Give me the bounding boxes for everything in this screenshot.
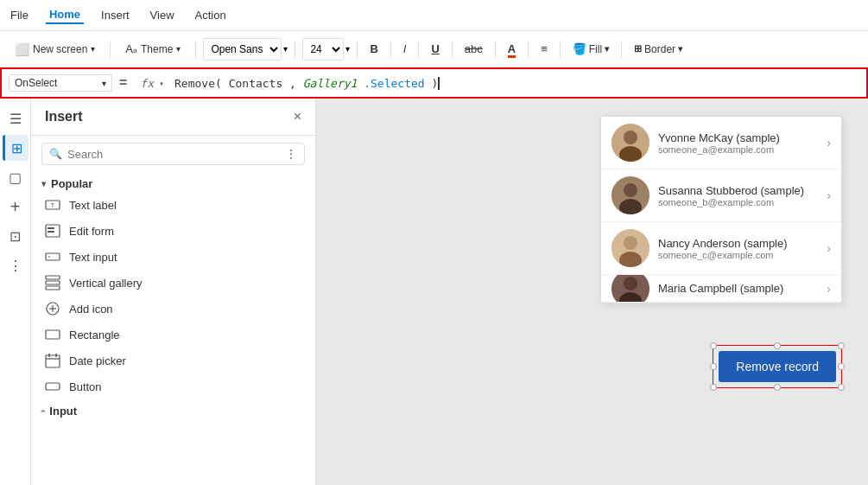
- popular-section-header[interactable]: ▾ Popular: [31, 172, 315, 192]
- bold-button[interactable]: B: [364, 41, 383, 57]
- handle-tc[interactable]: [774, 342, 781, 349]
- popular-arrow-icon: ▾: [41, 179, 46, 188]
- border-grid-icon: ⊞: [634, 43, 642, 54]
- svg-rect-13: [46, 330, 60, 339]
- formula-property-selector[interactable]: OnSelect ▾: [9, 74, 112, 92]
- fill-button[interactable]: 🪣 Fill ▾: [567, 41, 614, 57]
- component-edit-form[interactable]: Edit form: [31, 218, 315, 244]
- search-box[interactable]: 🔍 ⋮: [41, 143, 305, 165]
- contact-item-2[interactable]: Susanna Stubberod (sample) someone_b@exa…: [601, 169, 841, 222]
- new-screen-button[interactable]: ⬜ New screen ▾: [7, 38, 103, 61]
- component-text-input[interactable]: Text input: [31, 244, 315, 270]
- fill-label: Fill: [589, 43, 602, 55]
- avatar-2: [611, 176, 649, 214]
- handle-tr[interactable]: [838, 342, 845, 349]
- edit-form-icon: [45, 223, 60, 239]
- menu-insert[interactable]: Insert: [98, 7, 133, 23]
- insert-panel: Insert × 🔍 ⋮ ▾ Popular T Text label: [31, 99, 316, 485]
- svg-rect-8: [46, 281, 60, 284]
- hamburger-icon[interactable]: ☰: [3, 105, 29, 131]
- border-button[interactable]: ⊞ Border ▾: [629, 41, 687, 57]
- contact-chevron-3: ›: [827, 241, 831, 255]
- svg-rect-14: [46, 355, 60, 367]
- sep1: [110, 41, 111, 58]
- app-container: File Home Insert View Action ⬜ New scree…: [0, 0, 868, 485]
- menu-action[interactable]: Action: [192, 7, 230, 23]
- panel-close-button[interactable]: ×: [294, 109, 301, 124]
- search-icon: 🔍: [49, 148, 62, 160]
- components-icon[interactable]: ⊡: [3, 223, 29, 249]
- fx-label: fx: [140, 77, 154, 90]
- remove-record-button[interactable]: Remove record: [719, 351, 836, 382]
- text-input-name: Text input: [69, 251, 117, 264]
- contact-item-1[interactable]: Yvonne McKay (sample) someone_a@example.…: [601, 117, 841, 169]
- theme-label: Theme: [141, 43, 173, 55]
- handle-mr[interactable]: [838, 363, 845, 370]
- contact-info-1: Yvonne McKay (sample) someone_a@example.…: [658, 131, 818, 155]
- canvas-area[interactable]: Yvonne McKay (sample) someone_a@example.…: [316, 99, 868, 485]
- handle-bc[interactable]: [774, 384, 781, 391]
- contact-email-1: someone_a@example.com: [658, 144, 818, 155]
- menu-file[interactable]: File: [7, 7, 32, 23]
- component-button[interactable]: Button: [31, 373, 315, 399]
- vertical-gallery-icon: [45, 275, 60, 290]
- contact-info-4: Maria Campbell (sample): [658, 282, 818, 295]
- menu-view[interactable]: View: [147, 7, 178, 23]
- sep4: [357, 41, 358, 58]
- svg-rect-5: [46, 253, 60, 260]
- handle-bl[interactable]: [710, 384, 717, 391]
- font-family-select[interactable]: Open Sans: [203, 38, 282, 61]
- contact-chevron-4: ›: [827, 282, 831, 296]
- component-rectangle[interactable]: Rectangle: [31, 322, 315, 348]
- border-chevron: ▾: [678, 44, 682, 54]
- handle-br[interactable]: [838, 384, 845, 391]
- more-options-icon[interactable]: ⋮: [285, 147, 297, 161]
- svg-rect-4: [48, 231, 54, 233]
- text-label-name: Text label: [69, 199, 117, 212]
- shapes-icon[interactable]: ▢: [3, 164, 29, 190]
- layers-icon[interactable]: ⊞: [3, 135, 29, 161]
- svg-point-20: [624, 131, 637, 144]
- formula-property-chevron: ▾: [102, 79, 106, 88]
- input-section-header[interactable]: › Input: [31, 399, 315, 419]
- sep5: [390, 41, 391, 58]
- font-size-select[interactable]: 24: [302, 38, 344, 61]
- screen-icon: ⬜: [15, 42, 29, 56]
- sep7: [452, 41, 453, 58]
- date-picker-name: Date picker: [69, 354, 126, 367]
- formula-input-area[interactable]: fx ▾ Remove( Contacts , Gallery1 .Select…: [134, 74, 859, 93]
- contact-item-4[interactable]: Maria Campbell (sample) ›: [601, 275, 841, 303]
- formula-contacts: Contacts: [229, 77, 283, 90]
- component-date-picker[interactable]: Date picker: [31, 348, 315, 373]
- vertical-gallery-name: Vertical gallery: [69, 277, 143, 290]
- contact-item-3[interactable]: Nancy Anderson (sample) someone_c@exampl…: [601, 222, 841, 275]
- theme-button[interactable]: Aₐ Theme ▾: [117, 38, 188, 60]
- align-button[interactable]: ≡: [535, 41, 553, 57]
- font-color-button[interactable]: A: [503, 41, 521, 57]
- toolbar: ⬜ New screen ▾ Aₐ Theme ▾ Open Sans ▾ 24…: [0, 31, 868, 67]
- italic-button[interactable]: I: [398, 41, 412, 57]
- theme-chevron: ▾: [176, 44, 181, 54]
- variables-icon[interactable]: ⋮: [3, 252, 29, 278]
- handle-tl[interactable]: [710, 342, 717, 349]
- component-vertical-gallery[interactable]: Vertical gallery: [31, 270, 315, 296]
- sep11: [621, 41, 622, 58]
- panel-title: Insert: [45, 109, 83, 124]
- rectangle-icon: [45, 327, 60, 342]
- svg-point-23: [624, 183, 637, 197]
- handle-ml[interactable]: [710, 363, 717, 370]
- menu-bar: File Home Insert View Action: [0, 0, 868, 31]
- component-add-icon[interactable]: Add icon: [31, 296, 315, 322]
- sep9: [528, 41, 529, 58]
- plus-icon[interactable]: +: [3, 194, 29, 220]
- component-text-label[interactable]: T Text label: [31, 192, 315, 218]
- sep2: [195, 41, 196, 58]
- add-icon-name: Add icon: [69, 303, 113, 316]
- contact-list-panel: Yvonne McKay (sample) someone_a@example.…: [600, 116, 842, 303]
- svg-rect-7: [46, 276, 60, 279]
- underline-button[interactable]: U: [426, 41, 444, 57]
- formula-property-label: OnSelect: [15, 77, 57, 89]
- strikethrough-button[interactable]: abc: [459, 41, 488, 57]
- search-input[interactable]: [67, 148, 280, 161]
- menu-home[interactable]: Home: [46, 6, 84, 24]
